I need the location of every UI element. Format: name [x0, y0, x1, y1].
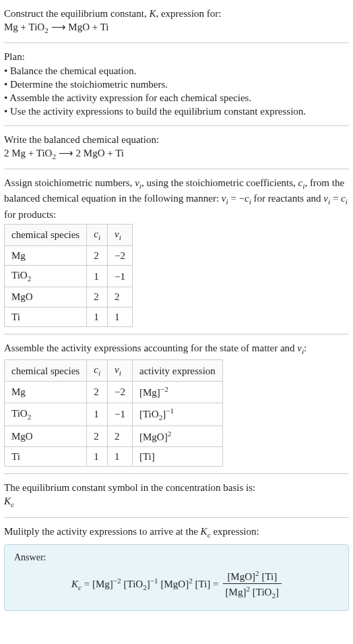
col-activity: activity expression [132, 360, 222, 382]
c: c [245, 193, 249, 204]
numerator: [MgO]2 [Ti] [223, 568, 282, 584]
sub-i: i [119, 369, 121, 377]
table-row: Ti 1 1 [Ti] [5, 446, 223, 466]
text: Mulitply the activity expressions to arr… [4, 526, 201, 537]
cell-activity: [Mg]−2 [132, 382, 222, 403]
cell-species: Ti [5, 446, 87, 466]
cell-nui: 2 [108, 287, 133, 307]
table-row: Ti 1 1 [5, 307, 133, 326]
col-nui: νi [108, 360, 133, 382]
balanced-section: Write the balanced chemical equation: 2 … [4, 133, 349, 162]
sub-i: i [98, 369, 100, 377]
symbol-text: The equilibrium constant symbol in the c… [4, 481, 349, 494]
text: ] [276, 587, 279, 597]
cell-activity: [MgO]2 [132, 426, 222, 446]
text: = [330, 193, 341, 204]
text: [TiO [250, 587, 271, 597]
assemble-text: Assemble the activity expressions accoun… [4, 341, 349, 357]
text: expression: [211, 526, 259, 537]
cell-activity: [TiO2]−1 [132, 403, 222, 426]
table-header-row: chemical species ci νi activity expressi… [5, 360, 223, 382]
col-ci: ci [87, 224, 108, 245]
superscript: −2 [160, 385, 168, 393]
multiply-section: Mulitply the activity expressions to arr… [4, 525, 349, 612]
text: [Ti] = [193, 579, 219, 589]
eq-arrow: ⟶ MgO + Ti [49, 22, 109, 32]
nu: ν [323, 193, 328, 204]
table-row: MgO 2 2 [MgO]2 [5, 426, 223, 446]
sub-i: i [346, 198, 348, 206]
nu: ν [135, 177, 139, 188]
c: c [94, 364, 98, 375]
nu: ν [115, 364, 119, 375]
sub-i: i [98, 233, 100, 241]
K: K [201, 526, 207, 537]
cell-nui: −2 [108, 382, 133, 403]
superscript: −1 [166, 407, 174, 415]
table-row: TiO2 1 −1 [TiO2]−1 [5, 403, 223, 426]
divider [4, 473, 349, 474]
answer-box: Answer: Kc = [Mg]−2 [TiO2]−1 [MgO]2 [Ti]… [4, 544, 349, 611]
col-ci: ci [87, 360, 108, 382]
text: [MgO] [139, 432, 168, 442]
divider [4, 334, 349, 334]
table-row: Mg 2 −2 [Mg]−2 [5, 382, 223, 403]
cell-species: TiO2 [5, 403, 87, 426]
sub-c: c [11, 500, 14, 508]
divider [4, 42, 349, 43]
plan: Plan: • Balance the chemical equation. •… [4, 50, 349, 118]
denominator: [Mg]2 [TiO2] [223, 584, 282, 601]
text: , using the stoichiometric coefficients, [141, 177, 298, 188]
nu: ν [115, 229, 119, 239]
multiply-text: Mulitply the activity expressions to arr… [4, 525, 349, 540]
cell-species: TiO2 [5, 266, 87, 287]
assign-section: Assign stoichiometric numbers, νi, using… [4, 176, 349, 327]
eq-part: Mg + TiO [4, 22, 44, 32]
answer-label: Answer: [14, 552, 339, 564]
answer-expression: Kc = [Mg]−2 [TiO2]−1 [MgO]2 [Ti] = [MgO]… [14, 568, 339, 601]
text: [Ti] [259, 571, 278, 582]
symbol-section: The equilibrium constant symbol in the c… [4, 481, 349, 510]
unbalanced-equation: Mg + TiO2 ⟶ MgO + Ti [4, 20, 349, 36]
divider [4, 517, 349, 518]
cell-nui: −1 [108, 403, 133, 426]
cell-species: MgO [5, 426, 87, 446]
cell-ci: 2 [87, 245, 108, 265]
cell-species: Mg [5, 245, 87, 265]
eq-part: 2 Mg + TiO [4, 148, 52, 158]
intro-text: Construct the equilibrium constant, [4, 8, 149, 19]
col-species: chemical species [5, 360, 87, 382]
text: Assemble the activity expressions accoun… [4, 343, 297, 353]
c: c [94, 229, 98, 239]
text: [TiO [121, 579, 143, 589]
text: = − [228, 193, 245, 204]
text: [MgO] [227, 571, 255, 582]
text: [Mg] [226, 587, 247, 597]
intro-line: Construct the equilibrium constant, K, e… [4, 7, 349, 20]
cell-nui: −1 [108, 266, 133, 287]
cell-nui: 1 [108, 446, 133, 466]
table-row: TiO2 1 −1 [5, 266, 133, 287]
cell-nui: 2 [108, 426, 133, 446]
balanced-title: Write the balanced chemical equation: [4, 133, 349, 146]
K: K [71, 579, 78, 589]
plan-bullet: • Use the activity expressions to build … [4, 105, 349, 118]
text: [MgO] [158, 579, 189, 589]
plan-bullet: • Assemble the activity expression for e… [4, 91, 349, 105]
divider [4, 169, 349, 169]
cell-species: MgO [5, 287, 87, 307]
stoich-table: chemical species ci νi Mg 2 −2 TiO2 1 −1… [4, 224, 133, 327]
cell-ci: 1 [87, 307, 108, 326]
cell-ci: 1 [87, 403, 108, 426]
sub-i: i [119, 233, 121, 241]
text: for products: [4, 209, 56, 220]
assemble-section: Assemble the activity expressions accoun… [4, 341, 349, 467]
cell-species: Ti [5, 307, 87, 326]
cell-nui: 1 [108, 307, 133, 326]
superscript: −2 [113, 577, 121, 585]
kc-lhs: Kc = [Mg]−2 [TiO2]−1 [MgO]2 [Ti] = [71, 576, 219, 593]
symbol-kc: Kc [4, 494, 349, 510]
K: K [4, 496, 11, 506]
cell-ci: 2 [87, 426, 108, 446]
cell-nui: −2 [108, 245, 133, 265]
